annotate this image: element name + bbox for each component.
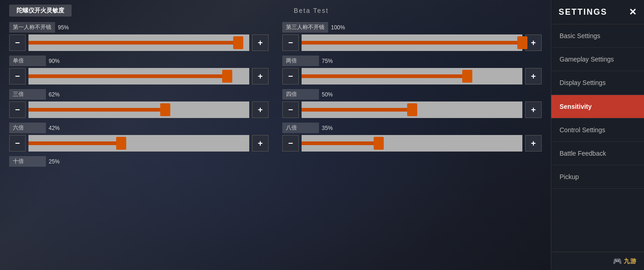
- slider-percent-eight_scope: 35%: [319, 124, 336, 133]
- slider-minus-quad_scope[interactable]: −: [282, 101, 299, 118]
- slider-minus-double_scope[interactable]: −: [282, 68, 299, 84]
- logo-text: 九游: [624, 257, 637, 265]
- slider-fill-quad_scope: [302, 108, 412, 112]
- slider-group-first_person_no_scope: 第一人称不开镜95%−+: [9, 22, 269, 51]
- slider-track-eight_scope[interactable]: [302, 135, 522, 152]
- slider-track-six_scope[interactable]: [28, 135, 249, 152]
- slider-thumb-double_scope[interactable]: [462, 70, 472, 83]
- slider-plus-quad_scope[interactable]: +: [525, 101, 542, 118]
- sidebar-item-display[interactable]: Display Settings: [551, 71, 644, 95]
- slider-group-single_scope: 单倍90%−+: [9, 56, 269, 84]
- slider-label-ten_scope: 十倍: [9, 156, 46, 167]
- slider-percent-ten_scope: 25%: [46, 157, 62, 166]
- sidebar-item-pickup[interactable]: Pickup: [551, 165, 644, 189]
- slider-plus-third_person_no_scope[interactable]: +: [525, 34, 542, 51]
- slider-label-row-double_scope: 两倍75%: [282, 56, 542, 66]
- slider-percent-six_scope: 42%: [46, 124, 62, 133]
- slider-plus-triple_scope[interactable]: +: [252, 101, 269, 118]
- sidebar-item-battle[interactable]: Battle Feedback: [551, 142, 644, 165]
- slider-label-row-quad_scope: 四倍50%: [282, 89, 542, 100]
- main-content: 陀螺仪开火灵敏度 Beta Test 第一人称不开镜95%−+第三人称不开镜10…: [0, 0, 551, 270]
- sidebar-item-sensitivity[interactable]: Sensitivity: [551, 95, 644, 118]
- slider-thumb-eight_scope[interactable]: [374, 137, 384, 150]
- slider-thumb-six_scope[interactable]: [116, 137, 126, 150]
- slider-fill-eight_scope: [302, 141, 379, 145]
- slider-row-third_person_no_scope: −+: [282, 34, 542, 51]
- slider-plus-eight_scope[interactable]: +: [525, 135, 542, 152]
- slider-minus-third_person_no_scope[interactable]: −: [282, 34, 299, 51]
- slider-thumb-third_person_no_scope[interactable]: [517, 36, 527, 49]
- slider-row-triple_scope: −+: [9, 101, 269, 118]
- slider-label-row-triple_scope: 三倍62%: [9, 89, 269, 100]
- slider-track-single_scope[interactable]: [28, 68, 249, 84]
- slider-track-quad_scope[interactable]: [302, 101, 522, 118]
- page-title: 陀螺仪开火灵敏度: [9, 5, 72, 17]
- slider-minus-six_scope[interactable]: −: [9, 135, 26, 152]
- slider-label-row-third_person_no_scope: 第三人称不开镜100%: [282, 22, 542, 33]
- sidebar-menu: Basic SettingsGameplay SettingsDisplay S…: [551, 24, 644, 252]
- slider-thumb-single_scope[interactable]: [222, 70, 232, 83]
- slider-group-third_person_no_scope: 第三人称不开镜100%−+: [282, 22, 542, 51]
- slider-fill-six_scope: [28, 141, 121, 145]
- slider-label-triple_scope: 三倍: [9, 89, 46, 100]
- slider-minus-triple_scope[interactable]: −: [9, 101, 26, 118]
- sidebar-footer: 🎮 九游: [551, 252, 644, 270]
- close-button[interactable]: ✕: [629, 6, 637, 17]
- slider-percent-quad_scope: 50%: [319, 90, 336, 99]
- slider-row-quad_scope: −+: [282, 101, 542, 118]
- slider-row-six_scope: −+: [9, 135, 269, 152]
- slider-plus-single_scope[interactable]: +: [252, 68, 269, 84]
- slider-label-row-eight_scope: 八倍35%: [282, 123, 542, 133]
- slider-row-single_scope: −+: [9, 68, 269, 84]
- slider-row-first_person_no_scope: −+: [9, 34, 269, 51]
- page-header: 陀螺仪开火灵敏度 Beta Test: [9, 5, 542, 17]
- sidebar-title: SETTINGS: [559, 7, 607, 17]
- slider-fill-double_scope: [302, 74, 467, 78]
- slider-thumb-triple_scope[interactable]: [160, 103, 170, 116]
- slider-group-six_scope: 六倍42%−+: [9, 123, 269, 152]
- slider-label-double_scope: 两倍: [282, 56, 319, 66]
- sidebar: SETTINGS ✕ Basic SettingsGameplay Settin…: [551, 0, 644, 270]
- slider-minus-first_person_no_scope[interactable]: −: [9, 34, 26, 51]
- slider-minus-single_scope[interactable]: −: [9, 68, 26, 84]
- sidebar-item-gameplay[interactable]: Gameplay Settings: [551, 48, 644, 71]
- slider-group-double_scope: 两倍75%−+: [282, 56, 542, 84]
- sidebar-header: SETTINGS ✕: [551, 0, 644, 24]
- slider-track-third_person_no_scope[interactable]: [302, 34, 522, 51]
- slider-label-row-six_scope: 六倍42%: [9, 123, 269, 133]
- slider-thumb-first_person_no_scope[interactable]: [233, 36, 243, 49]
- slider-minus-eight_scope[interactable]: −: [282, 135, 299, 152]
- slider-row-double_scope: −+: [282, 68, 542, 84]
- slider-label-single_scope: 单倍: [9, 56, 46, 66]
- slider-label-third_person_no_scope: 第三人称不开镜: [282, 22, 328, 33]
- slider-group-triple_scope: 三倍62%−+: [9, 89, 269, 118]
- slider-label-row-ten_scope: 十倍25%: [9, 156, 269, 167]
- slider-thumb-quad_scope[interactable]: [407, 103, 417, 116]
- slider-percent-double_scope: 75%: [319, 56, 336, 66]
- slider-label-eight_scope: 八倍: [282, 123, 319, 133]
- slider-track-first_person_no_scope[interactable]: [28, 34, 249, 51]
- slider-track-triple_scope[interactable]: [28, 101, 249, 118]
- slider-percent-third_person_no_scope: 100%: [328, 23, 348, 32]
- slider-label-row-first_person_no_scope: 第一人称不开镜95%: [9, 22, 269, 33]
- sidebar-item-control[interactable]: Control Settings: [551, 118, 644, 142]
- slider-percent-single_scope: 90%: [46, 56, 62, 66]
- slider-fill-triple_scope: [28, 108, 165, 112]
- sliders-grid: 第一人称不开镜95%−+第三人称不开镜100%−+单倍90%−+两倍75%−+三…: [9, 22, 542, 167]
- beta-label: Beta Test: [81, 7, 542, 14]
- sidebar-item-basic[interactable]: Basic Settings: [551, 24, 644, 48]
- slider-percent-first_person_no_scope: 95%: [55, 23, 72, 32]
- slider-plus-double_scope[interactable]: +: [525, 68, 542, 84]
- slider-track-double_scope[interactable]: [302, 68, 522, 84]
- slider-group-ten_scope: 十倍25%: [9, 156, 269, 167]
- slider-percent-triple_scope: 62%: [46, 90, 62, 99]
- slider-plus-first_person_no_scope[interactable]: +: [252, 34, 269, 51]
- slider-label-six_scope: 六倍: [9, 123, 46, 133]
- slider-group-quad_scope: 四倍50%−+: [282, 89, 542, 118]
- slider-label-quad_scope: 四倍: [282, 89, 319, 100]
- slider-plus-six_scope[interactable]: +: [252, 135, 269, 152]
- slider-label-row-single_scope: 单倍90%: [9, 56, 269, 66]
- slider-group-eight_scope: 八倍35%−+: [282, 123, 542, 152]
- slider-fill-third_person_no_scope: [302, 41, 522, 45]
- slider-label-first_person_no_scope: 第一人称不开镜: [9, 22, 55, 33]
